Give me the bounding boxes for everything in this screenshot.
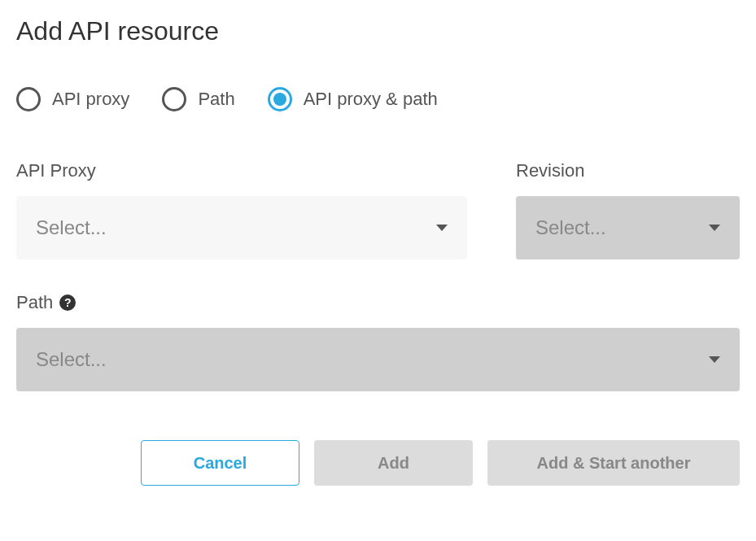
cancel-button[interactable]: Cancel — [141, 440, 299, 486]
add-and-start-another-button[interactable]: Add & Start another — [487, 440, 740, 486]
revision-select-value: Select... — [535, 216, 606, 239]
form-row-proxy-revision: API Proxy Select... Revision Select... — [16, 160, 740, 260]
chevron-down-icon — [709, 225, 720, 231]
radio-path[interactable]: Path — [162, 87, 234, 111]
radio-inner-dot — [273, 93, 286, 106]
add-button[interactable]: Add — [314, 440, 473, 486]
radio-icon-selected — [268, 87, 292, 111]
revision-label: Revision — [516, 160, 740, 181]
revision-field: Revision Select... — [516, 160, 740, 260]
api-proxy-select[interactable]: Select... — [16, 196, 467, 260]
help-icon[interactable]: ? — [59, 294, 76, 311]
radio-label: API proxy — [52, 89, 129, 110]
path-select-value: Select... — [36, 348, 107, 371]
radio-api-proxy-and-path[interactable]: API proxy & path — [268, 87, 438, 111]
api-proxy-label: API Proxy — [16, 160, 467, 181]
radio-label: Path — [198, 89, 234, 110]
button-row: Cancel Add Add & Start another — [16, 440, 740, 486]
path-label: Path — [16, 292, 53, 313]
radio-label: API proxy & path — [304, 89, 438, 110]
path-label-wrapper: Path ? — [16, 292, 740, 313]
chevron-down-icon — [436, 225, 448, 231]
api-proxy-select-value: Select... — [36, 216, 107, 239]
page-title: Add API resource — [16, 16, 740, 46]
radio-icon — [16, 87, 41, 111]
radio-api-proxy[interactable]: API proxy — [16, 87, 129, 111]
api-proxy-field: API Proxy Select... — [16, 160, 467, 260]
path-select[interactable]: Select... — [16, 328, 740, 391]
path-field: Path ? Select... — [16, 292, 740, 391]
revision-select[interactable]: Select... — [516, 196, 740, 260]
resource-type-radio-group: API proxy Path API proxy & path — [16, 87, 740, 111]
radio-icon — [162, 87, 186, 111]
chevron-down-icon — [709, 356, 720, 363]
